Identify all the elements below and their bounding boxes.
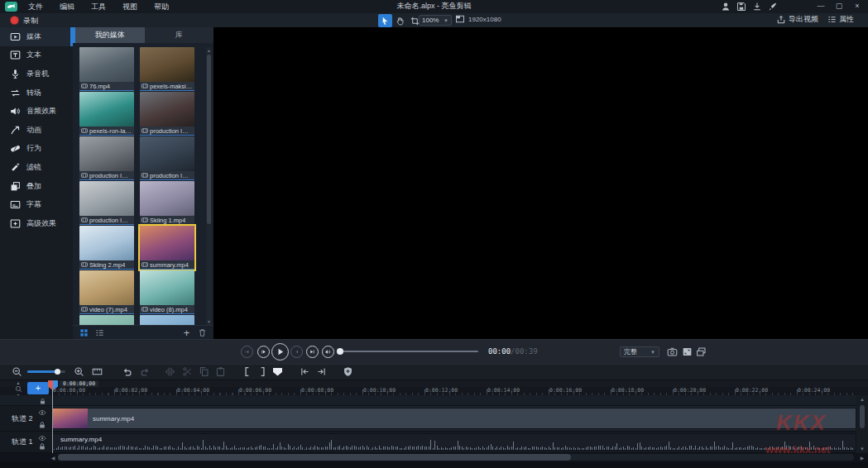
media-item-10[interactable]: video (7).mp4	[79, 270, 134, 314]
stop-button[interactable]	[290, 346, 303, 358]
h-scroll-track[interactable]	[58, 454, 854, 461]
snapshot-icon[interactable]	[666, 346, 678, 357]
clip-audio[interactable]: summary.mp4	[52, 433, 856, 451]
zoom-in-button[interactable]	[73, 365, 85, 378]
mark-in-button[interactable]	[242, 365, 254, 378]
sidebar-item-1[interactable]: 文本	[0, 46, 73, 65]
eye-icon[interactable]	[38, 434, 46, 442]
hand-tool[interactable]	[393, 14, 407, 27]
timeline-horizontal-scrollbar[interactable]: ◀ ▶	[0, 453, 868, 462]
sidebar-item-6[interactable]: 行为	[0, 140, 73, 159]
scroll-down-icon[interactable]: ▼	[856, 447, 868, 451]
step-forward-button[interactable]	[306, 346, 319, 358]
maximize-button[interactable]: ▢	[830, 0, 848, 12]
add-media-icon[interactable]: +	[182, 328, 191, 337]
sidebar-item-10[interactable]: 高级效果	[0, 214, 73, 233]
media-scrollbar[interactable]: ▲ ▼	[206, 47, 212, 325]
v-scroll-thumb[interactable]	[860, 405, 865, 428]
step-backward-button[interactable]	[257, 346, 270, 358]
properties-button[interactable]: 属性	[827, 14, 854, 25]
seek-handle[interactable]	[337, 348, 343, 355]
menu-4[interactable]: 帮助	[146, 0, 177, 13]
zoom-out-button[interactable]	[11, 365, 23, 378]
sidebar-item-4[interactable]: 音频效果	[0, 102, 73, 121]
detach-icon[interactable]	[695, 346, 707, 357]
media-item-2[interactable]: pexels-ron-lach...	[79, 92, 134, 136]
tracks-vertical-scrollbar[interactable]: ▲ ▼	[856, 395, 868, 453]
media-item-3[interactable]: production ID_...	[140, 92, 194, 136]
brush-icon[interactable]	[767, 1, 779, 12]
scroll-right-icon[interactable]: ▶	[859, 455, 866, 461]
record-icon[interactable]	[11, 17, 18, 24]
export-video-button[interactable]: 导出视频	[776, 14, 818, 25]
add-track-button[interactable]: +	[27, 382, 49, 394]
timeline-zoom-slider[interactable]	[27, 370, 65, 373]
save-icon[interactable]	[736, 1, 747, 12]
sidebar-item-2[interactable]: 录音机	[0, 64, 73, 84]
media-item-4[interactable]: production ID_...	[79, 136, 134, 180]
sidebar-item-3[interactable]: 转场	[0, 84, 73, 103]
quiz-button[interactable]	[342, 365, 354, 378]
media-item-8[interactable]: Skiing 2.mp4	[79, 226, 134, 270]
zoom-slider-knob[interactable]	[55, 369, 60, 375]
prev-clip-button[interactable]	[241, 346, 253, 358]
account-icon[interactable]	[720, 1, 731, 12]
paste-button[interactable]	[214, 365, 227, 378]
media-item-5[interactable]: production ID_...	[140, 136, 194, 180]
menu-3[interactable]: 视图	[114, 0, 146, 13]
timeline-nav-widget[interactable]: ▲ ▼	[12, 380, 24, 396]
redo-button[interactable]	[139, 365, 151, 378]
download-icon[interactable]	[751, 1, 763, 12]
media-item-6[interactable]: production ID_...	[79, 181, 134, 225]
media-item-13[interactable]	[140, 315, 194, 325]
list-view-icon[interactable]	[95, 328, 104, 337]
undo-button[interactable]	[121, 365, 133, 378]
menu-0[interactable]: 文件	[20, 0, 51, 13]
canvas-zoom-select[interactable]: 100% ▼	[419, 15, 452, 26]
cursor-tool[interactable]	[378, 14, 392, 27]
preview-canvas[interactable]	[213, 27, 868, 339]
seek-bar[interactable]	[342, 351, 478, 352]
add-marker-button[interactable]	[271, 365, 284, 378]
sidebar-item-8[interactable]: 叠加	[0, 177, 73, 196]
media-item-0[interactable]: 76.mp4	[79, 47, 134, 91]
scroll-left-icon[interactable]: ◀	[50, 455, 56, 461]
tab-library[interactable]: 库	[145, 27, 214, 43]
project-resolution[interactable]: 1920x1080	[455, 14, 501, 24]
sidebar-item-5[interactable]: 动画	[0, 121, 73, 140]
clip-video[interactable]: summary.mp4	[52, 408, 856, 429]
media-item-12[interactable]	[79, 315, 134, 325]
cut-button[interactable]	[181, 365, 194, 378]
prev-marker-button[interactable]	[299, 365, 311, 378]
next-marker-button[interactable]	[315, 365, 328, 378]
mark-out-button[interactable]	[256, 365, 268, 378]
grid-view-icon[interactable]	[79, 328, 89, 337]
lock-icon[interactable]	[38, 442, 46, 451]
media-item-7[interactable]: Skiing 1.mp4	[140, 181, 194, 225]
scroll-down-icon[interactable]: ▼	[206, 319, 212, 324]
media-item-1[interactable]: pexels-maksim-...	[140, 47, 194, 91]
view-mode-select[interactable]: 完整 ▼	[620, 346, 659, 357]
play-button[interactable]	[271, 343, 289, 361]
split-button[interactable]	[164, 365, 176, 378]
delete-media-icon[interactable]	[198, 328, 207, 337]
minimize-button[interactable]: —	[812, 0, 830, 12]
scroll-up-icon[interactable]: ▲	[856, 397, 868, 402]
tab-my-media[interactable]: 我的媒体	[75, 27, 145, 43]
lock-icon[interactable]	[38, 397, 46, 405]
volume-button[interactable]	[322, 346, 334, 358]
scroll-up-icon[interactable]: ▲	[206, 48, 212, 53]
media-scroll-thumb[interactable]	[207, 55, 211, 224]
menu-2[interactable]: 工具	[83, 0, 114, 13]
timeline-ruler[interactable]: ▲ ▼ + 0:00:00;00 0:00:00;000:00:02;000:0…	[0, 380, 868, 395]
close-button[interactable]: ×	[848, 0, 866, 12]
sidebar-item-9[interactable]: 字幕	[0, 195, 73, 214]
sidebar-item-7[interactable]: 滤镜	[0, 158, 73, 177]
fit-timeline-button[interactable]	[91, 365, 103, 378]
menu-1[interactable]: 编辑	[51, 0, 83, 13]
fullscreen-icon[interactable]	[681, 346, 693, 357]
sidebar-item-0[interactable]: 媒体	[0, 27, 73, 46]
copy-button[interactable]	[198, 365, 210, 378]
h-scroll-thumb[interactable]	[58, 454, 571, 461]
record-button[interactable]: 录制	[23, 16, 38, 26]
